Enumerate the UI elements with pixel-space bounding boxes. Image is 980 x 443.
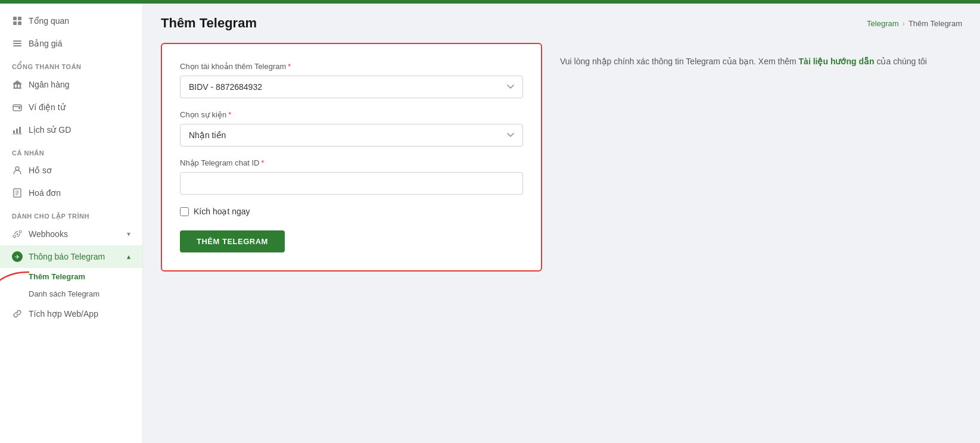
info-panel: Vui lòng nhập chính xác thông tin Telegr… <box>560 43 962 68</box>
svg-rect-1 <box>18 17 21 20</box>
form-group-chat-id: Nhập Telegram chat ID* <box>180 158 523 195</box>
account-select[interactable]: BIDV - 8872684932 <box>180 76 523 98</box>
section-lap-trinh: DÀNH CHO LẬP TRÌNH <box>0 204 142 223</box>
svg-rect-7 <box>13 83 21 85</box>
breadcrumb: Telegram › Thêm Telegram <box>867 19 962 28</box>
sidebar-item-webhooks[interactable]: Webhooks ▾ <box>0 223 142 245</box>
section-ca-nhan: CÁ NHÂN <box>0 141 142 159</box>
chart-icon <box>12 124 23 135</box>
svg-marker-12 <box>13 80 21 83</box>
info-text-after: của chúng tôi <box>875 57 927 66</box>
sidebar-item-hoa-don[interactable]: Hoá đơn <box>0 182 142 204</box>
sidebar-item-tong-quan[interactable]: Tổng quan <box>0 10 142 32</box>
link-icon <box>12 308 23 319</box>
submenu-item-danh-sach-telegram[interactable]: Danh sách Telegram <box>29 285 142 302</box>
form-group-account: Chọn tài khoản thêm Telegram* BIDV - 887… <box>180 62 523 98</box>
breadcrumb-current: Thêm Telegram <box>909 19 962 28</box>
activate-checkbox-row: Kích hoạt ngay <box>180 207 523 216</box>
form-card: Chọn tài khoản thêm Telegram* BIDV - 887… <box>161 43 542 272</box>
info-text-before: Vui lòng nhập chính xác thông tin Telegr… <box>560 57 799 66</box>
sidebar-item-lich-su-gd[interactable]: Lịch sử GD <box>0 118 142 141</box>
sidebar-item-thong-bao-telegram[interactable]: ✈ Thông báo Telegram ▴ <box>0 245 142 268</box>
sidebar-item-ngan-hang[interactable]: Ngân hàng <box>0 73 142 96</box>
sidebar-item-vi-dien-tu[interactable]: Ví điện tử <box>0 96 142 118</box>
svg-rect-6 <box>13 45 21 46</box>
svg-rect-2 <box>13 21 17 25</box>
main-content: Thêm Telegram Telegram › Thêm Telegram C… <box>143 4 980 443</box>
chat-id-input[interactable] <box>180 172 523 195</box>
tag-icon <box>12 38 23 49</box>
event-select[interactable]: Nhận tiềnChuyển tiền <box>180 124 523 146</box>
svg-point-24 <box>13 235 15 238</box>
sidebar-item-bang-gia[interactable]: Bảng giá <box>0 32 142 55</box>
content-area: Chọn tài khoản thêm Telegram* BIDV - 887… <box>161 43 962 272</box>
sidebar: Tổng quan Bảng giá CỔNG THANH TOÁN <box>0 4 143 443</box>
svg-rect-15 <box>13 130 15 133</box>
sidebar-label-hoa-don: Hoá đơn <box>29 188 61 198</box>
chat-id-required: * <box>262 158 265 167</box>
activate-label[interactable]: Kích hoạt ngay <box>194 207 250 216</box>
svg-rect-3 <box>18 21 21 25</box>
grid-icon <box>12 15 23 26</box>
submit-button[interactable]: THÊM TELEGRAM <box>180 230 285 252</box>
sidebar-label-tich-hop-web: Tích hợp Web/App <box>29 309 98 319</box>
svg-rect-17 <box>19 127 21 133</box>
event-label: Chọn sự kiện* <box>180 110 523 119</box>
chevron-up-icon: ▴ <box>127 252 130 261</box>
svg-rect-9 <box>17 85 18 88</box>
sidebar-label-ho-so: Hồ sơ <box>29 166 52 175</box>
submenu-item-them-telegram[interactable]: Thêm Telegram <box>29 268 142 285</box>
sidebar-label-vi-dien-tu: Ví điện tử <box>29 102 66 112</box>
chevron-down-icon: ▾ <box>127 230 130 238</box>
wallet-icon <box>12 102 23 113</box>
page-title: Thêm Telegram <box>161 15 257 31</box>
sidebar-label-webhooks: Webhooks <box>29 229 68 239</box>
sidebar-label-tong-quan: Tổng quan <box>29 16 69 26</box>
form-group-event: Chọn sự kiện* Nhận tiềnChuyển tiền <box>180 110 523 146</box>
sidebar-item-tich-hop-web[interactable]: Tích hợp Web/App <box>0 302 142 325</box>
bank-icon <box>12 79 23 90</box>
svg-rect-16 <box>16 129 18 133</box>
svg-rect-8 <box>14 85 15 88</box>
section-cong-thanh-toan: CỔNG THANH TOÁN <box>0 55 142 73</box>
svg-rect-5 <box>13 43 21 44</box>
svg-point-26 <box>17 233 18 235</box>
account-required: * <box>288 62 291 71</box>
activate-checkbox[interactable] <box>180 207 189 216</box>
event-required: * <box>228 110 231 119</box>
info-link[interactable]: Tài liệu hướng dẫn <box>799 57 875 66</box>
svg-point-19 <box>15 167 19 170</box>
user-icon <box>12 165 23 176</box>
sidebar-label-lich-su-gd: Lịch sử GD <box>29 125 71 135</box>
svg-rect-10 <box>20 85 21 88</box>
telegram-icon: ✈ <box>12 251 23 262</box>
invoice-icon <box>12 188 23 198</box>
breadcrumb-separator: › <box>903 19 905 28</box>
svg-point-25 <box>19 230 21 233</box>
webhook-icon <box>12 229 23 239</box>
sidebar-label-thong-bao-telegram: Thông báo Telegram <box>29 252 105 261</box>
chat-id-label: Nhập Telegram chat ID* <box>180 158 523 167</box>
breadcrumb-parent[interactable]: Telegram <box>867 19 898 28</box>
page-header: Thêm Telegram Telegram › Thêm Telegram <box>161 15 962 31</box>
svg-rect-14 <box>18 107 20 109</box>
account-label: Chọn tài khoản thêm Telegram* <box>180 62 523 71</box>
svg-rect-11 <box>13 88 21 89</box>
svg-rect-4 <box>13 40 21 42</box>
sidebar-item-ho-so[interactable]: Hồ sơ <box>0 159 142 182</box>
telegram-submenu: Thêm Telegram Danh sách Telegram <box>0 268 142 302</box>
svg-rect-0 <box>13 17 17 20</box>
sidebar-label-bang-gia: Bảng giá <box>29 39 62 48</box>
sidebar-label-ngan-hang: Ngân hàng <box>29 80 70 89</box>
